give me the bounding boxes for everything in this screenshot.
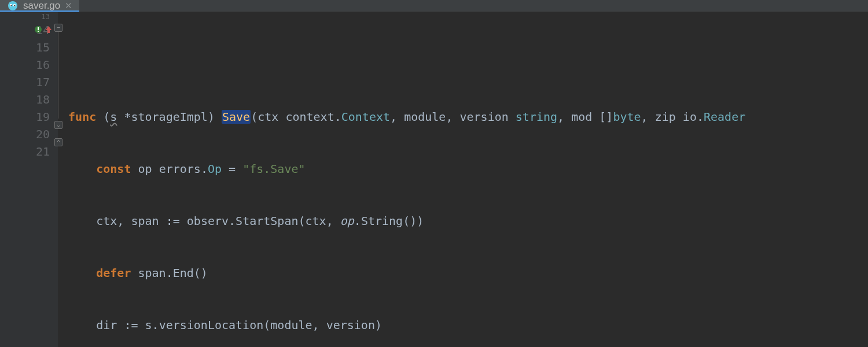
line-number: 13	[0, 12, 50, 21]
line-number: 16	[0, 56, 50, 73]
code-line: dir := s.versionLocation(module, version…	[58, 316, 868, 334]
code-line: ctx, span := observ.StartSpan(ctx, op.St…	[58, 212, 868, 230]
svg-point-3	[10, 5, 12, 6]
arrow-up-icon[interactable]	[44, 25, 53, 34]
line-number: 18	[0, 91, 50, 108]
svg-point-4	[14, 5, 15, 6]
file-tab[interactable]: saver.go ✕	[0, 0, 79, 12]
code-line: func (s *storageImpl) Save(ctx context.C…	[58, 108, 868, 125]
svg-point-0	[8, 1, 17, 10]
svg-rect-6	[38, 27, 39, 30]
code-line: defer span.End()	[58, 264, 868, 282]
line-number: 19	[0, 108, 50, 125]
editor-tabbar: saver.go ✕	[0, 0, 868, 12]
code-line: const op errors.Op = "fs.Save"	[58, 160, 868, 178]
line-number: 15	[0, 39, 50, 56]
code-area[interactable]: − ⌄ ⌃ func (s *storageImpl) Save(ctx con…	[58, 12, 868, 347]
tab-filename: saver.go	[23, 0, 60, 12]
svg-rect-7	[38, 31, 39, 32]
fold-toggle-icon[interactable]: −	[54, 24, 62, 32]
go-file-icon	[7, 0, 19, 12]
line-number: 21	[0, 143, 50, 160]
gutter: 13 14 15 16 17 18 19 20 21	[0, 12, 58, 347]
code-editor[interactable]: 13 14 15 16 17 18 19 20 21 − ⌄ ⌃ func (s…	[0, 12, 868, 347]
line-number: 17	[0, 73, 50, 91]
close-icon[interactable]: ✕	[65, 1, 72, 11]
fold-region-icon[interactable]: ⌄	[54, 121, 62, 129]
fold-region-icon[interactable]: ⌃	[54, 138, 62, 146]
line-number: 20	[0, 125, 50, 143]
inspection-warning-icon[interactable]	[34, 25, 43, 34]
